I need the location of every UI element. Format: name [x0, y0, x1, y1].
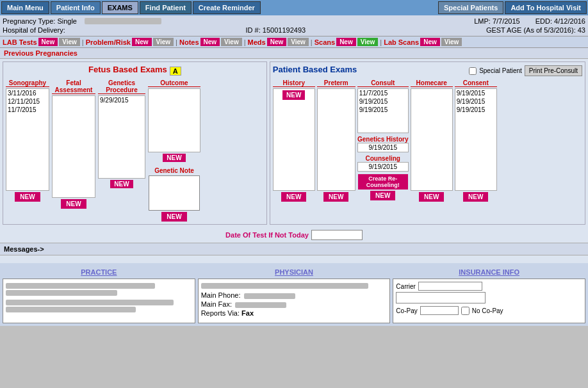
notes-new-button[interactable]: New [200, 38, 220, 46]
date-test-input[interactable] [311, 230, 363, 240]
lab-tests-new-button[interactable]: New [38, 38, 58, 46]
create-reminder-button[interactable]: Create Reminder [193, 1, 261, 14]
insurance-label: INSURANCE INFO [459, 268, 519, 276]
notes-view-button[interactable]: View [221, 38, 242, 46]
special-patient-label: Special Patient [479, 67, 522, 74]
id-label: ID #: 15001192493 [246, 26, 306, 34]
sonography-header: Sonography [6, 79, 49, 87]
history-col-new-button[interactable]: NEW [281, 192, 306, 202]
carrier-input[interactable] [418, 282, 482, 291]
prev-pregnancies-bar: Previous Pregnancies [0, 48, 588, 59]
genetics-proc-list[interactable]: 9/29/2015 [98, 95, 145, 179]
fetal-header: Fetal Assessment [52, 79, 95, 94]
main-fax-label: Main Fax: [201, 300, 232, 308]
patient-info-bar: Pregnancy Type: Single LMP: 7/7/2015 EDD… [0, 15, 588, 36]
genetic-note-new-button[interactable]: NEW [161, 212, 186, 222]
consent-date-2: 9/19/2015 [455, 97, 496, 106]
problem-risk-label: Problem/Risk [86, 38, 131, 46]
lab-scans-view-button[interactable]: View [441, 38, 462, 46]
create-recounseling-button[interactable]: Create Re-Counseling! [358, 174, 408, 190]
preterm-list[interactable] [317, 88, 355, 191]
meds-new-button[interactable]: New [267, 38, 287, 46]
genetic-note-label: Genetic Note [154, 167, 194, 174]
meds-label: Meds [248, 38, 266, 46]
practice-label: PRACTICE [81, 268, 117, 276]
pregnancy-type-label: Pregnancy Type: Single [3, 17, 77, 25]
carrier-box[interactable] [396, 292, 486, 303]
patient-based-section: Patient Based Exams Special Patient Prin… [270, 61, 585, 225]
scans-view-button[interactable]: View [357, 38, 379, 46]
exams-button[interactable]: EXAMS [102, 1, 138, 14]
consult-header: Consult [357, 79, 409, 87]
genetic-note-box[interactable] [149, 175, 200, 211]
fetal-list[interactable] [52, 95, 95, 198]
preterm-header: Preterm [317, 79, 355, 87]
special-patients-button[interactable]: Special Patients [438, 1, 503, 14]
edd-label: EDD: 4/12/2016 [535, 17, 585, 25]
add-to-hospital-button[interactable]: Add To Hospital Visit [505, 1, 587, 14]
fetus-based-section: Fetus Based Exams A Sonography 3/11/2016… [3, 61, 267, 225]
consent-header: Consent [455, 79, 497, 87]
hospital-label: Hospital of Delivery: [3, 26, 65, 34]
outcome-new-button[interactable]: NEW [163, 154, 185, 162]
preterm-new-button[interactable]: NEW [323, 192, 348, 202]
outcome-list[interactable] [148, 88, 200, 152]
patient-info-button[interactable]: Patient Info [51, 1, 101, 14]
problem-risk-view-button[interactable]: View [153, 38, 174, 46]
print-pre-consult-button[interactable]: Print Pre-Consult [525, 65, 582, 76]
copay-input[interactable] [420, 306, 459, 315]
lmp-label: LMP: 7/7/2015 [474, 17, 520, 25]
notes-label: Notes [179, 38, 199, 46]
outcome-col: Outcome NEW Genetic Note NEW [148, 79, 200, 222]
genetics-new-button[interactable]: NEW [110, 180, 133, 188]
history-new-button[interactable]: NEW [282, 90, 305, 100]
consult-new-button[interactable]: NEW [370, 191, 395, 200]
outcome-header: Outcome [148, 79, 200, 87]
find-patient-button[interactable]: Find Patient [140, 1, 192, 14]
genetics-proc-col: Genetics Procedure 9/29/2015 NEW [98, 79, 145, 188]
patient-exams-title: Patient Based Exams [273, 65, 357, 74]
consent-list[interactable]: 9/19/2015 9/19/2015 9/19/2015 [455, 88, 497, 191]
gest-age-label: GEST AGE (As of 5/3/2016): 43 [486, 26, 585, 34]
lab-tests-label: LAB Tests [3, 38, 37, 46]
practice-col: PRACTICE [3, 268, 195, 323]
sonography-new-button[interactable]: NEW [15, 192, 40, 202]
messages-label: Messages-> [4, 245, 44, 253]
main-phone-label: Main Phone: [201, 291, 241, 299]
history-col: History NEW NEW [273, 79, 315, 202]
scans-label: Scans [314, 38, 335, 46]
tabs-row: LAB Tests New View | Problem/Risk New Vi… [0, 36, 588, 48]
reports-via-label: Reports Via: [201, 309, 240, 317]
lab-tests-view-button[interactable]: View [59, 38, 80, 46]
fetal-new-button[interactable]: NEW [61, 199, 86, 209]
date-test-row: Date Of Test If Not Today [0, 227, 588, 243]
homecare-header: Homecare [411, 79, 453, 87]
consult-list[interactable]: 11/7/2015 9/19/2015 9/19/2015 [357, 88, 409, 133]
sonography-list[interactable]: 3/11/2016 12/11/2015 11/7/2015 [6, 88, 49, 191]
history-list[interactable]: NEW [273, 88, 315, 191]
consent-date-3: 9/19/2015 [455, 106, 496, 114]
main-menu-button[interactable]: Main Menu [1, 1, 49, 14]
lab-scans-label: Lab Scans [384, 38, 419, 46]
consent-new-button[interactable]: NEW [463, 192, 488, 202]
counseling-label: Counseling [366, 155, 400, 162]
sono-date-1: 3/11/2016 [6, 89, 49, 97]
consult-date-1: 11/7/2015 [358, 89, 408, 97]
lab-scans-new-button[interactable]: New [420, 38, 440, 46]
genetics-history-date: 9/19/2015 [357, 143, 409, 152]
consult-date-3: 9/19/2015 [358, 106, 408, 114]
homecare-list[interactable] [411, 88, 453, 191]
genetics-date-1: 9/29/2015 [99, 96, 145, 104]
history-header: History [273, 79, 315, 87]
prev-pregnancies-label: Previous Pregnancies [4, 49, 78, 57]
fetal-assessment-col: Fetal Assessment NEW [52, 79, 95, 209]
problem-risk-new-button[interactable]: New [132, 38, 152, 46]
no-copay-checkbox[interactable] [461, 307, 470, 315]
special-patient-checkbox[interactable] [469, 67, 477, 75]
scans-new-button[interactable]: New [336, 38, 356, 46]
consult-date-2: 9/19/2015 [358, 97, 408, 106]
insurance-col: INSURANCE INFO Carrier Co-Pay No Co-Pay [393, 268, 585, 323]
meds-view-button[interactable]: View [288, 38, 309, 46]
sonography-col: Sonography 3/11/2016 12/11/2015 11/7/201… [6, 79, 49, 202]
homecare-new-button[interactable]: NEW [419, 192, 444, 202]
